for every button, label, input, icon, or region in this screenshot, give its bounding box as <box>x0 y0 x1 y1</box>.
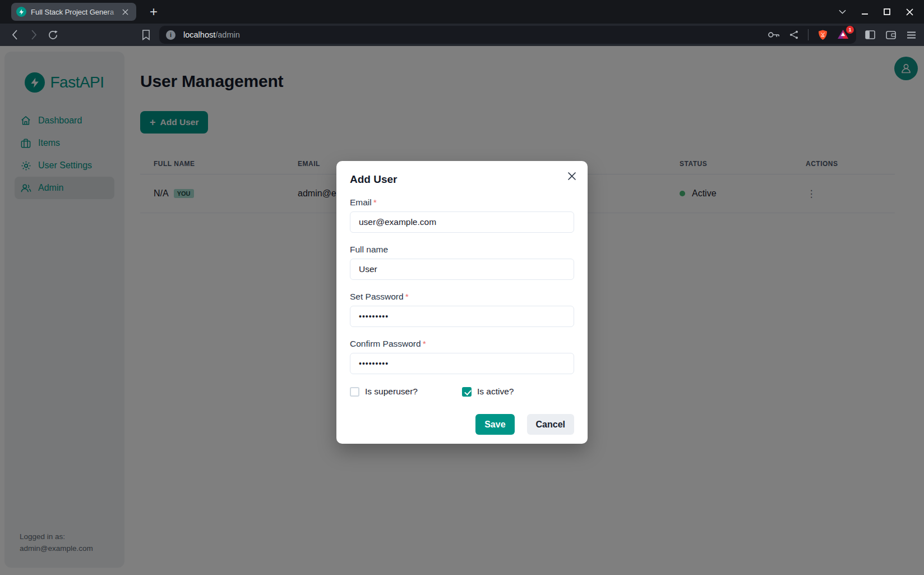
bookmark-icon[interactable] <box>139 28 153 42</box>
full-name-field[interactable] <box>350 259 574 280</box>
url-text: localhost/admin <box>183 30 240 39</box>
full-name-field-group: Full name <box>350 245 574 280</box>
brave-rewards-icon[interactable]: 1 <box>837 29 849 40</box>
add-user-modal: Add User Email* Full name Set Password* … <box>336 161 588 444</box>
tab-search-chevron-icon[interactable] <box>838 7 847 16</box>
minimize-button[interactable] <box>860 7 869 16</box>
email-label: Email* <box>350 197 574 208</box>
page-viewport: FastAPI Dashboard Items User Settings <box>0 46 924 575</box>
maximize-button[interactable] <box>883 7 891 16</box>
site-info-icon[interactable]: i <box>166 30 175 40</box>
required-marker: * <box>405 292 409 301</box>
new-tab-button[interactable]: + <box>150 6 158 17</box>
forward-icon[interactable] <box>27 28 40 42</box>
close-window-button[interactable] <box>905 7 914 16</box>
is-active-checkbox[interactable]: Is active? <box>462 387 574 397</box>
modal-title: Add User <box>350 173 574 186</box>
confirm-password-field[interactable] <box>350 353 574 374</box>
fastapi-favicon <box>16 7 26 17</box>
url-host: localhost <box>183 30 215 39</box>
browser-tab[interactable]: Full Stack Project Genera <box>11 3 136 21</box>
url-bar[interactable]: i localhost/admin 1 <box>159 26 856 44</box>
set-password-field-group: Set Password* <box>350 292 574 327</box>
email-field[interactable] <box>350 211 574 233</box>
back-icon[interactable] <box>8 28 21 42</box>
divider <box>808 29 808 40</box>
browser-nav-bar: i localhost/admin 1 <box>0 24 924 46</box>
confirm-password-field-group: Confirm Password* <box>350 339 574 374</box>
is-superuser-label: Is superuser? <box>365 387 418 397</box>
is-superuser-checkbox[interactable]: Is superuser? <box>350 387 462 397</box>
tab-title: Full Stack Project Genera <box>31 8 121 16</box>
checkbox-row: Is superuser? Is active? <box>350 387 574 397</box>
browser-tab-bar: Full Stack Project Genera + <box>0 0 924 24</box>
menu-icon[interactable] <box>907 31 916 39</box>
set-password-field[interactable] <box>350 306 574 327</box>
cancel-button[interactable]: Cancel <box>527 414 574 435</box>
checkbox-unchecked-icon[interactable] <box>350 387 359 397</box>
email-field-group: Email* <box>350 197 574 233</box>
brave-shield-icon[interactable] <box>818 30 828 40</box>
reload-icon[interactable] <box>46 28 59 42</box>
checkbox-checked-icon[interactable] <box>462 387 472 397</box>
save-button[interactable]: Save <box>475 414 514 435</box>
close-tab-icon[interactable] <box>122 9 131 15</box>
set-password-label: Set Password* <box>350 292 574 302</box>
wallet-icon[interactable] <box>886 31 896 39</box>
confirm-password-label: Confirm Password* <box>350 339 574 349</box>
url-path: /admin <box>215 30 240 39</box>
modal-actions: Save Cancel <box>350 414 574 435</box>
key-icon[interactable] <box>768 31 780 38</box>
required-marker: * <box>373 197 377 207</box>
sidebar-toggle-icon[interactable] <box>865 30 875 39</box>
share-icon[interactable] <box>789 30 798 39</box>
rewards-badge: 1 <box>846 26 854 34</box>
close-modal-icon[interactable] <box>564 168 580 184</box>
full-name-label: Full name <box>350 245 574 255</box>
is-active-label: Is active? <box>477 387 514 397</box>
required-marker: * <box>423 339 426 348</box>
